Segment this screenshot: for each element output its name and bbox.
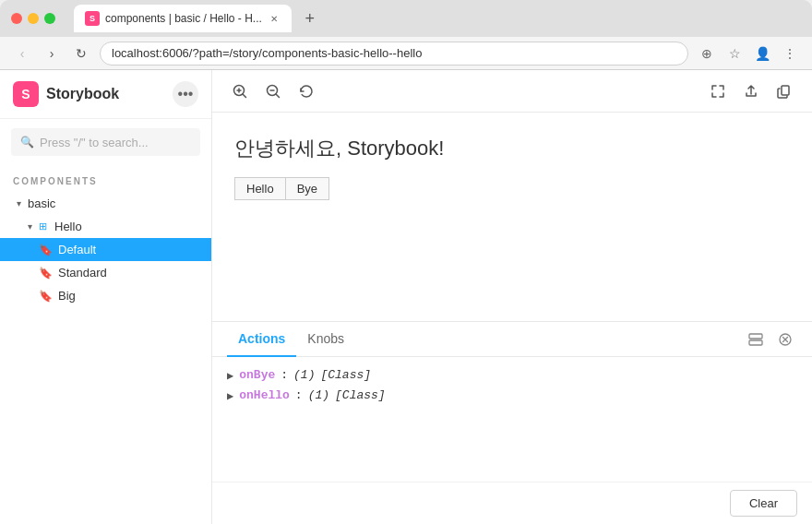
- search-icon: 🔍: [20, 136, 34, 149]
- svg-line-5: [276, 94, 280, 98]
- tab-knobs[interactable]: Knobs: [296, 322, 355, 357]
- sidebar-item-hello[interactable]: ▾ ⊞ Hello: [0, 215, 211, 238]
- sidebar-logo: S Storybook: [13, 81, 119, 107]
- close-window-button[interactable]: [11, 13, 22, 24]
- action-row-onbye: ▶ onBye : (1) [Class]: [227, 368, 797, 383]
- bookmark-big-icon: 🔖: [39, 290, 53, 303]
- nav-tree: ▾ basic ▾ ⊞ Hello 🔖 Default 🔖 Standard: [0, 192, 211, 524]
- sidebar-item-basic-label: basic: [28, 196, 55, 210]
- panel: Actions Knobs: [212, 321, 812, 524]
- bookmark-standard-icon: 🔖: [39, 267, 53, 280]
- action-arrow-icon: ▶: [227, 369, 233, 383]
- search-placeholder: Press "/" to search...: [40, 136, 149, 149]
- bye-button[interactable]: Bye: [285, 177, 329, 200]
- action-row-onhello: ▶ onHello : (1) [Class]: [227, 388, 797, 403]
- panel-layout-icon-button[interactable]: [744, 328, 768, 351]
- sidebar-item-default[interactable]: 🔖 Default: [0, 238, 211, 261]
- zoom-out-button[interactable]: [258, 77, 288, 106]
- share-button[interactable]: [736, 77, 766, 106]
- svg-rect-8: [749, 334, 762, 339]
- maximize-window-button[interactable]: [44, 13, 55, 24]
- zoom-icon[interactable]: ⊕: [696, 42, 718, 65]
- tab-bar: S components | basic / Hello - H... ✕ +: [74, 5, 801, 32]
- tab-favicon: S: [85, 11, 100, 26]
- preview-button-group: Hello Bye: [234, 177, 790, 200]
- panel-close-button[interactable]: [773, 328, 797, 351]
- profile-icon[interactable]: 👤: [751, 42, 773, 65]
- bookmark-icon[interactable]: ☆: [723, 42, 746, 65]
- action-class-onhello: [Class]: [335, 388, 386, 402]
- panel-tabs-left: Actions Knobs: [227, 322, 355, 356]
- copy-button[interactable]: [770, 77, 799, 106]
- sidebar-menu-button[interactable]: •••: [173, 81, 198, 107]
- browser-chrome: S components | basic / Hello - H... ✕ + …: [0, 0, 812, 70]
- panel-tab-bar: Actions Knobs: [212, 322, 812, 357]
- preview-greeting: 안녕하세요, Storybook!: [234, 135, 790, 162]
- tab-label: components | basic / Hello - H...: [105, 12, 262, 25]
- component-grid-icon: ⊞: [39, 220, 47, 232]
- preview-tools-left: [225, 77, 321, 106]
- preview-frame: 안녕하세요, Storybook! Hello Bye: [212, 113, 812, 321]
- forward-button[interactable]: ›: [41, 42, 63, 65]
- title-bar: S components | basic / Hello - H... ✕ +: [0, 0, 812, 37]
- action-arrow-icon-2: ▶: [227, 389, 233, 403]
- sidebar-item-basic[interactable]: ▾ basic: [0, 192, 211, 215]
- hello-button[interactable]: Hello: [234, 177, 285, 200]
- sidebar-item-big[interactable]: 🔖 Big: [0, 284, 211, 307]
- url-text: localhost:6006/?path=/story/components-b…: [112, 46, 422, 60]
- minimize-window-button[interactable]: [28, 13, 39, 24]
- bookmark-default-icon: 🔖: [39, 244, 53, 256]
- sidebar: S Storybook ••• 🔍 Press "/" to search...…: [0, 70, 212, 524]
- address-bar: ‹ › ↻ localhost:6006/?path=/story/compon…: [0, 37, 812, 70]
- address-icons: ⊕ ☆ 👤 ⋮: [696, 42, 801, 65]
- action-class-onbye: [Class]: [320, 368, 371, 382]
- fullscreen-button[interactable]: [703, 77, 733, 106]
- sidebar-item-hello-label: Hello: [54, 220, 82, 233]
- components-section-label: COMPONENTS: [0, 165, 211, 192]
- app: S Storybook ••• 🔍 Press "/" to search...…: [0, 70, 812, 524]
- svg-rect-9: [749, 340, 762, 345]
- action-key-onhello: onHello: [239, 388, 290, 402]
- back-button[interactable]: ‹: [11, 42, 33, 65]
- url-field[interactable]: localhost:6006/?path=/story/components-b…: [100, 42, 688, 66]
- action-count-onbye: (1): [293, 368, 315, 382]
- toggle-basic-icon: ▾: [13, 198, 24, 209]
- tab-close-button[interactable]: ✕: [268, 12, 281, 25]
- zoom-in-button[interactable]: [225, 77, 255, 106]
- panel-footer: Clear: [212, 482, 812, 524]
- search-box[interactable]: 🔍 Press "/" to search...: [11, 128, 200, 156]
- preview-toolbar: [212, 70, 812, 113]
- svg-rect-7: [782, 86, 789, 95]
- logo-icon: S: [13, 81, 39, 107]
- refresh-button[interactable]: ↻: [70, 42, 92, 65]
- action-count-onhello: (1): [308, 388, 329, 402]
- sidebar-item-default-label: Default: [58, 243, 96, 256]
- reset-zoom-button[interactable]: [292, 77, 321, 106]
- browser-tab[interactable]: S components | basic / Hello - H... ✕: [74, 5, 292, 32]
- svg-line-1: [243, 94, 246, 98]
- new-tab-button[interactable]: +: [297, 6, 323, 31]
- action-key-onbye: onBye: [239, 368, 275, 382]
- sidebar-item-big-label: Big: [58, 289, 76, 303]
- panel-tabs-right: [744, 328, 797, 351]
- sidebar-header: S Storybook •••: [0, 70, 211, 119]
- menu-icon[interactable]: ⋮: [779, 42, 801, 65]
- traffic-lights: [11, 13, 55, 24]
- logo-text: Storybook: [46, 86, 119, 102]
- panel-actions-content: ▶ onBye : (1) [Class] ▶ onHello : (1) [C…: [212, 357, 812, 482]
- sidebar-item-standard[interactable]: 🔖 Standard: [0, 261, 211, 284]
- main-content: 안녕하세요, Storybook! Hello Bye Actions Knob…: [212, 70, 812, 524]
- toggle-hello-icon: ▾: [24, 221, 35, 232]
- tab-actions[interactable]: Actions: [227, 322, 296, 357]
- preview-tools-right: [703, 77, 799, 106]
- clear-button[interactable]: Clear: [730, 490, 797, 517]
- sidebar-item-standard-label: Standard: [58, 266, 107, 280]
